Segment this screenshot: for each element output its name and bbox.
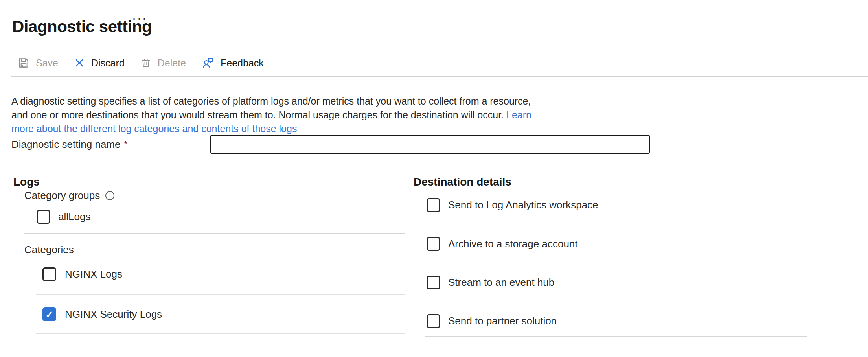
destination-divider-3	[425, 298, 807, 298]
discard-button[interactable]: Discard	[74, 57, 125, 69]
info-icon[interactable]: i	[105, 191, 114, 200]
nginx-logs-label[interactable]: NGINX Logs	[65, 268, 122, 280]
more-options-button[interactable]: ···	[130, 11, 150, 25]
partner-solution-checkbox[interactable]	[427, 314, 440, 328]
discard-label: Discard	[91, 57, 125, 69]
name-field-label: Diagnostic setting name*	[11, 138, 128, 151]
nginx-security-logs-label[interactable]: NGINX Security Logs	[65, 308, 162, 320]
storage-account-checkbox[interactable]	[427, 237, 440, 251]
required-asterisk: *	[123, 138, 127, 150]
discard-x-icon	[74, 57, 85, 68]
save-label: Save	[36, 57, 58, 69]
nginx-logs-row: NGINX Logs	[42, 267, 122, 281]
description-text: A diagnostic setting specifies a list of…	[11, 94, 534, 136]
event-hub-checkbox[interactable]	[427, 276, 440, 289]
destination-divider-1	[425, 221, 807, 221]
destination-divider-2	[425, 259, 807, 259]
nginx-security-logs-checkbox[interactable]	[42, 307, 56, 321]
destination-details-heading: Destination details	[414, 176, 511, 188]
feedback-button[interactable]: Feedback	[202, 57, 264, 69]
alllogs-label[interactable]: allLogs	[58, 211, 90, 223]
storage-account-row: Archive to a storage account	[427, 237, 578, 251]
partner-solution-row: Send to partner solution	[427, 314, 557, 328]
feedback-icon	[202, 57, 214, 69]
event-hub-label[interactable]: Stream to an event hub	[448, 276, 554, 289]
delete-button[interactable]: Delete	[140, 57, 186, 69]
log-analytics-checkbox[interactable]	[427, 198, 440, 212]
logs-divider-2	[36, 294, 405, 295]
category-groups-row: Category groups i	[24, 190, 114, 202]
logs-divider-3	[36, 333, 405, 334]
toolbar-divider	[11, 76, 868, 77]
destination-divider-4	[425, 336, 807, 337]
log-analytics-row: Send to Log Analytics workspace	[427, 198, 598, 212]
log-analytics-label[interactable]: Send to Log Analytics workspace	[448, 199, 598, 211]
partner-solution-label[interactable]: Send to partner solution	[448, 315, 557, 327]
name-field-label-text: Diagnostic setting name	[11, 138, 120, 150]
delete-label: Delete	[158, 57, 186, 69]
logs-section-heading: Logs	[13, 176, 40, 188]
diagnostic-setting-name-input[interactable]	[210, 135, 650, 154]
nginx-security-logs-row: NGINX Security Logs	[42, 307, 162, 321]
save-icon	[18, 57, 29, 69]
storage-account-label[interactable]: Archive to a storage account	[448, 238, 578, 250]
logs-divider-1	[24, 233, 405, 234]
category-groups-label: Category groups	[24, 190, 100, 202]
description-body: A diagnostic setting specifies a list of…	[11, 96, 531, 120]
event-hub-row: Stream to an event hub	[427, 276, 554, 289]
trash-icon	[140, 57, 151, 68]
alllogs-row: allLogs	[37, 210, 90, 224]
feedback-label: Feedback	[221, 57, 264, 69]
alllogs-checkbox[interactable]	[37, 210, 50, 224]
nginx-logs-checkbox[interactable]	[42, 267, 56, 281]
categories-label: Categories	[24, 244, 74, 256]
command-bar: Save Discard Delete Feedba	[18, 54, 264, 72]
save-button[interactable]: Save	[18, 57, 58, 69]
